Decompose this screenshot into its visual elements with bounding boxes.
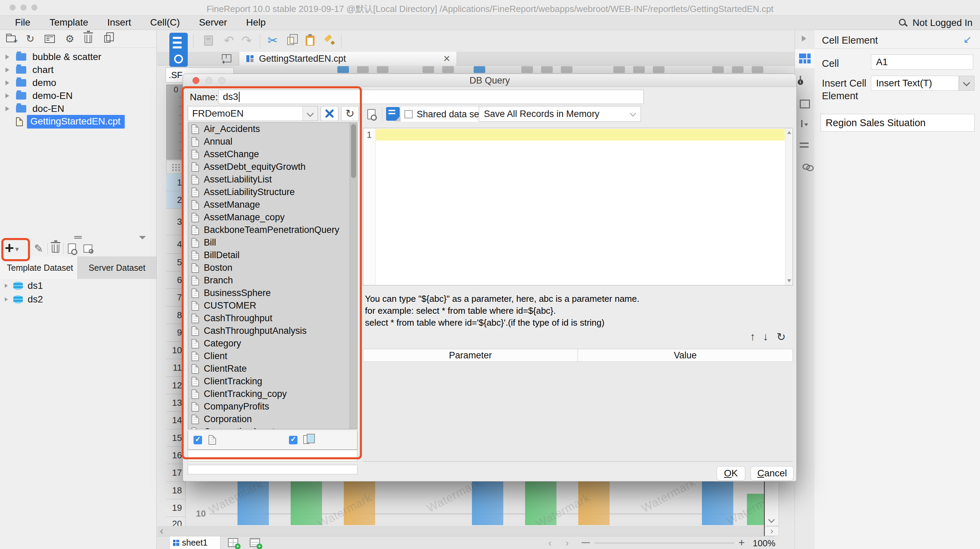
scroll-down-icon[interactable] — [768, 516, 775, 523]
splitter-collapse-icon[interactable] — [139, 236, 146, 239]
scroll-right-icon[interactable]: › — [765, 527, 779, 536]
menu-help[interactable]: Help — [246, 16, 266, 30]
tab-cell-attribute-icon[interactable] — [800, 76, 801, 83]
toolbar-icon-partial[interactable] — [377, 66, 388, 73]
table-list-item[interactable]: AssetManage — [188, 198, 357, 211]
table-list-item[interactable]: BusinessSphere — [188, 287, 357, 299]
table-list-item[interactable]: BackboneTeamPenetrationQuery — [188, 224, 357, 236]
splitter-handle[interactable] — [74, 236, 82, 239]
delete-dataset-icon[interactable] — [52, 244, 59, 253]
new-folder-icon[interactable] — [6, 35, 16, 42]
connection-select[interactable]: FRDemoEN — [188, 106, 318, 121]
table-list-item[interactable]: ClientTracking — [188, 375, 357, 388]
param-refresh-icon[interactable]: ↻ — [776, 330, 786, 343]
panel-collapse-icon[interactable] — [802, 35, 806, 41]
toolbar-icon-partial[interactable] — [541, 66, 553, 73]
sheet-tab[interactable]: sheet1 — [169, 536, 221, 549]
dialog-titlebar[interactable]: DB Query — [183, 74, 796, 87]
param-move-up-icon[interactable]: ↑ — [750, 330, 756, 343]
table-list-item[interactable]: CompanyProfits — [188, 400, 357, 413]
table-list-item[interactable]: CashThroughput — [188, 312, 357, 325]
editor-scrollbar[interactable] — [785, 128, 792, 285]
tab-widget-icon[interactable] — [801, 120, 802, 127]
trash-icon[interactable] — [84, 35, 92, 43]
toolbar-icon-partial[interactable] — [712, 66, 724, 73]
menu-insert[interactable]: Insert — [107, 16, 131, 30]
copy-icon[interactable] — [104, 35, 110, 43]
tree-file-row-selected[interactable]: GettingStartedEN.cpt — [0, 115, 156, 128]
table-list-item[interactable]: Corporation — [188, 413, 357, 426]
copy-icon[interactable] — [287, 37, 294, 45]
expand-caret-icon[interactable] — [5, 106, 9, 111]
horizontal-scrollbar[interactable]: ‹ — [157, 526, 764, 536]
table-list-item[interactable]: Boston — [188, 262, 357, 274]
sql-editor[interactable]: 1 — [363, 128, 793, 286]
toolbar-icon-partial[interactable] — [633, 66, 645, 73]
menu-template[interactable]: Template — [49, 16, 88, 30]
toolbar-icon-partial[interactable] — [521, 66, 533, 73]
panel-pin-icon[interactable]: ↙ — [963, 34, 972, 45]
menu-file[interactable]: File — [15, 16, 30, 30]
add-dataset-button[interactable]: +▼ — [5, 241, 20, 256]
zoom-in-icon[interactable]: + — [738, 536, 745, 549]
param-move-down-icon[interactable]: ↓ — [763, 330, 768, 343]
connection-config-icon[interactable] — [83, 244, 92, 253]
toolbar-icon-partial[interactable] — [423, 66, 434, 73]
tree-folder-row[interactable]: doc-EN — [0, 102, 156, 115]
format-painter-icon[interactable] — [324, 35, 334, 45]
undo-icon[interactable]: ↶ — [224, 34, 234, 48]
refresh-tables-button[interactable]: ↻ — [341, 106, 359, 121]
table-list-item[interactable]: AssetManage_copy — [188, 211, 357, 224]
cut-scissors-icon[interactable]: ✂ — [267, 34, 278, 48]
expand-caret-icon[interactable] — [5, 80, 9, 85]
toolbar-icon-partial[interactable] — [561, 66, 573, 73]
login-status[interactable]: Not Logged In — [913, 18, 972, 28]
table-list-item[interactable]: Branch — [188, 274, 357, 287]
tab-border-icon[interactable] — [800, 100, 810, 109]
table-list-item[interactable]: BillDetail — [188, 249, 357, 262]
cell-ref-input[interactable]: A1 — [871, 54, 973, 70]
vertical-scrollbar[interactable] — [765, 482, 779, 526]
toolbar-icon-partial[interactable] — [337, 66, 349, 73]
save-mode-select[interactable]: Save All Records in Memory — [479, 106, 641, 122]
toolbar-icon-partial[interactable] — [357, 66, 369, 73]
menu-server[interactable]: Server — [199, 16, 227, 30]
redo-icon[interactable]: ↷ — [242, 34, 252, 48]
report-panel-icon[interactable] — [45, 35, 55, 43]
ok-button[interactable]: OK — [717, 466, 745, 480]
expand-caret-icon[interactable] — [5, 67, 9, 72]
tree-folder-row[interactable]: demo-EN — [0, 89, 156, 102]
table-list-item[interactable]: Annual — [188, 136, 357, 148]
tab-close-icon[interactable]: ✕ — [443, 54, 450, 64]
template-preview-button[interactable] — [169, 33, 188, 67]
tab-cell-element[interactable] — [795, 49, 815, 68]
table-list-item[interactable]: AssetLiabilityStructure — [188, 186, 357, 198]
value-column-header[interactable]: Value — [578, 349, 792, 361]
row-header-18[interactable]: 18 — [166, 482, 186, 499]
expand-caret-icon[interactable] — [5, 297, 8, 302]
connection-chevron-icon[interactable] — [302, 106, 318, 121]
sql-editor-icon[interactable] — [386, 107, 400, 121]
edit-pencil-icon[interactable]: ✎ — [34, 242, 43, 255]
cell-text-input[interactable]: Region Sales Situation — [821, 114, 975, 132]
zoom-slider[interactable] — [595, 543, 734, 544]
table-list-item[interactable]: ClientTracking_copy — [188, 388, 357, 400]
expand-caret-icon[interactable] — [5, 54, 9, 59]
tree-folder-row[interactable]: demo — [0, 77, 156, 89]
tab-server-dataset[interactable]: Server Dataset — [78, 257, 156, 279]
tree-folder-row[interactable]: bubble & scatter — [0, 51, 156, 64]
table-list-item[interactable]: AssetLiabilityList — [188, 173, 357, 186]
save-icon[interactable] — [204, 35, 213, 46]
table-list-item[interactable]: Category — [188, 337, 357, 350]
connection-tools-button[interactable] — [321, 106, 338, 121]
toolbar-icon-partial[interactable] — [653, 66, 665, 73]
tab-condition-icon[interactable] — [800, 142, 808, 149]
dataset-name-input[interactable]: ds3 — [218, 90, 644, 104]
show-tables-checkbox[interactable] — [194, 436, 202, 444]
paste-icon[interactable] — [305, 35, 315, 46]
sheet-next-icon[interactable]: › — [565, 537, 569, 549]
preview-query-button[interactable] — [364, 107, 379, 122]
table-list-item[interactable]: CashThroughputAnalysis — [188, 325, 357, 337]
tree-folder-row[interactable]: chart — [0, 64, 156, 77]
menu-cellc[interactable]: Cell(C) — [150, 16, 180, 30]
